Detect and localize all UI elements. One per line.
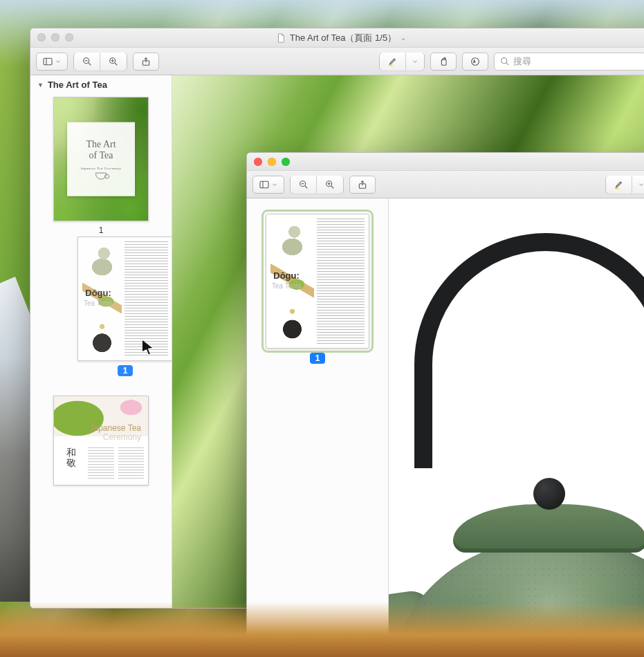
highlight-menu-button[interactable] [406,53,424,71]
thumbnail-page-1[interactable]: The Art of Tea Japanese Tea Ceremony 1 [53,97,149,235]
sidebar-toggle-button[interactable] [36,53,68,71]
zoom-button[interactable] [65,33,73,41]
highlight-menu-button[interactable] [632,176,644,194]
cover-card: The Art of Tea Japanese Tea Ceremony [67,122,135,196]
teapot-icon [270,219,314,263]
document-name: The Art of Tea [48,80,107,90]
minimize-button[interactable] [268,158,276,166]
search-placeholder: 搜尋 [513,55,531,68]
search-field[interactable]: 搜尋 [494,53,644,71]
share-button[interactable] [133,53,159,71]
highlight-group [605,176,644,194]
zoom-out-button[interactable] [291,176,317,194]
svg-rect-0 [44,58,52,64]
page-number-badge: 1 [310,353,326,364]
close-button[interactable] [254,158,262,166]
svg-line-3 [89,63,91,65]
teapot-icon [82,241,122,281]
thumbnail-sidebar[interactable]: Dōgu: Tea Tools 1 [247,198,389,657]
toolbar: 搜尋 [30,48,644,75]
svg-line-6 [115,63,117,65]
rotate-button[interactable] [430,53,457,71]
preview-window-front: Dōgu: Tea Tools 1 [246,152,644,657]
zoom-group [290,176,344,194]
svg-point-13 [472,57,479,65]
document-disclosure[interactable]: ▼ The Art of Tea [30,75,172,94]
titlebar[interactable]: The Art of Tea（頁面 1/5） ⌄ [30,28,644,48]
share-button[interactable] [349,176,376,194]
thumbnail-page-3[interactable]: Japanese Tea Ceremony 和 敬 [53,396,149,485]
markup-button[interactable] [462,53,488,71]
window-controls [254,158,290,166]
zoom-in-button[interactable] [317,176,343,194]
zoom-group [73,53,127,71]
zoom-button[interactable] [282,158,290,166]
tea-jar-icon [270,302,314,344]
svg-line-15 [506,63,508,65]
thumbnail-page-1[interactable]: Dōgu: Tea Tools 1 [266,214,369,364]
window-controls [37,33,73,41]
svg-rect-18 [260,181,268,187]
svg-line-21 [305,186,307,188]
toolbar [247,171,644,198]
kanji-glyphs: 和 敬 [58,447,84,481]
thumbnail-sidebar[interactable]: ▼ The Art of Tea The Art of Tea Japanese… [30,75,172,608]
page-number: 1 [53,225,149,235]
titlebar[interactable] [247,153,644,171]
close-button[interactable] [37,33,46,41]
document-proxy-icon[interactable] [276,33,286,43]
sidebar-toggle-button[interactable] [252,176,284,194]
title-dropdown-chevron-icon[interactable]: ⌄ [401,34,406,41]
svg-line-24 [331,186,333,188]
highlight-button[interactable] [380,53,406,71]
document-canvas[interactable] [389,198,644,657]
teapot-illustration [389,233,644,657]
tea-jar-icon [82,318,122,356]
desktop-wallpaper: The Art of Tea（頁面 1/5） ⌄ [0,0,644,657]
svg-rect-12 [441,59,446,65]
minimize-button[interactable] [51,33,59,41]
highlight-group [379,53,425,71]
window-title: The Art of Tea（頁面 1/5） [290,32,396,44]
drag-count-badge: 1 [118,365,134,376]
zoom-out-button[interactable] [74,53,100,71]
svg-point-14 [502,58,507,64]
disclosure-triangle-icon: ▼ [37,82,44,89]
zoom-in-button[interactable] [100,53,127,71]
highlight-button[interactable] [606,176,632,194]
thumbnail-page-2-dragging[interactable]: Dōgu: Tea Tools 1 [77,237,172,376]
search-icon [500,57,509,66]
teacup-icon [95,172,107,179]
